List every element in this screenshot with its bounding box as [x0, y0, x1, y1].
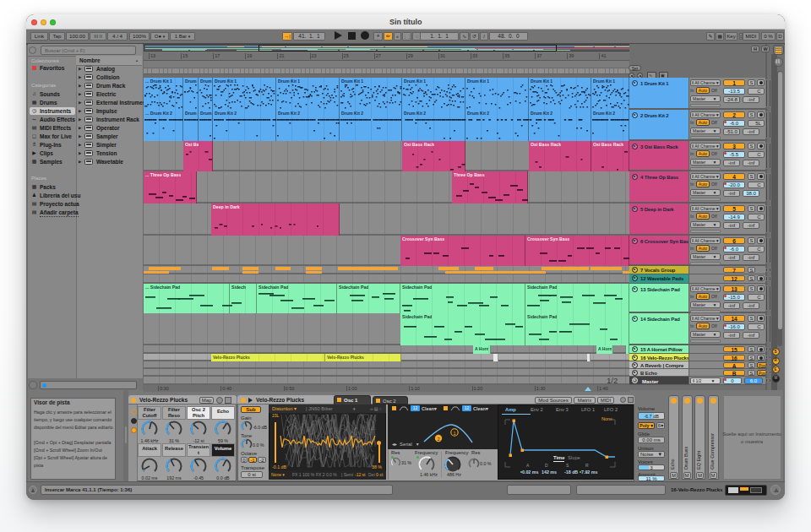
svg-text:1: 1 [453, 431, 455, 436]
svg-text:2: 2 [437, 437, 439, 442]
